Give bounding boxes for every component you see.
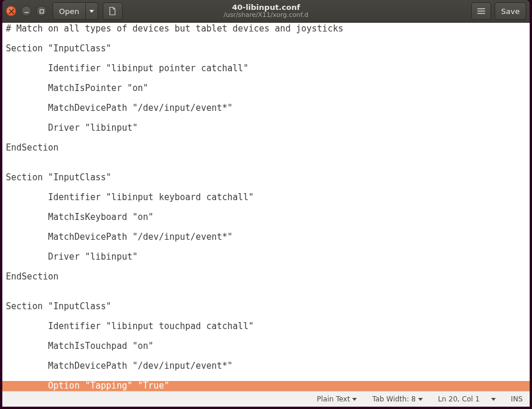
open-button-group: Open	[53, 2, 98, 20]
chevron-down-icon	[491, 398, 496, 401]
new-document-button[interactable]	[103, 2, 123, 20]
syntax-selector[interactable]: Plain Text	[317, 395, 357, 403]
save-button-label: Save	[501, 7, 520, 16]
cursor-position-selector[interactable]: Ln 20, Col 1	[438, 395, 496, 403]
new-document-icon	[108, 6, 117, 16]
editor-line[interactable]: Identifier "libinput pointer catchall"	[2, 64, 530, 74]
window-controls	[6, 6, 47, 16]
menu-button[interactable]	[471, 2, 491, 20]
editor-line[interactable]: MatchDevicePath "/dev/input/event*"	[2, 232, 530, 242]
editor-line[interactable]: Option "Tapping" "True"	[2, 381, 530, 391]
tab-width-label: Tab Width: 8	[372, 395, 415, 403]
editor-line[interactable]: Identifier "libinput keyboard catchall"	[2, 193, 530, 202]
editor-line[interactable]: EndSection	[2, 272, 530, 282]
chevron-down-icon	[89, 10, 94, 13]
open-button-label: Open	[59, 7, 79, 16]
save-button[interactable]: Save	[495, 2, 526, 20]
document-path: /usr/share/X11/xorg.conf.d	[224, 12, 308, 19]
text-editor[interactable]: # Match on all types of devices but tabl…	[2, 23, 530, 391]
open-recent-button[interactable]	[86, 2, 98, 20]
editor-line[interactable]: MatchIsPointer "on"	[2, 83, 530, 93]
window-maximize-button[interactable]	[36, 6, 47, 16]
open-button[interactable]: Open	[53, 2, 86, 20]
tab-width-selector[interactable]: Tab Width: 8	[372, 395, 422, 403]
hamburger-icon	[477, 6, 486, 16]
svg-rect-0	[40, 9, 43, 13]
editor-line[interactable]: MatchIsKeyboard "on"	[2, 212, 530, 222]
editor-line[interactable]: Driver "libinput"	[2, 123, 530, 133]
editor-line[interactable]: Section "InputClass"	[2, 173, 530, 183]
editor-line[interactable]: MatchIsTouchpad "on"	[2, 341, 530, 351]
editor-line[interactable]: EndSection	[2, 143, 530, 153]
window-minimize-button[interactable]	[21, 6, 32, 16]
editor-line[interactable]: MatchDevicePath "/dev/input/event*"	[2, 361, 530, 371]
status-bar: Plain Text Tab Width: 8 Ln 20, Col 1 INS	[2, 391, 530, 407]
cursor-position-label: Ln 20, Col 1	[438, 395, 480, 403]
editor-line[interactable]: Identifier "libinput touchpad catchall"	[2, 321, 530, 331]
insert-mode-label: INS	[511, 395, 523, 403]
document-title: 40-libinput.conf	[232, 4, 300, 12]
editor-line[interactable]: Section "InputClass"	[2, 302, 530, 312]
editor-line[interactable]: Driver "libinput"	[2, 252, 530, 262]
editor-line[interactable]: Section "InputClass"	[2, 44, 530, 54]
chevron-down-icon	[418, 398, 423, 401]
editor-line[interactable]: # Match on all types of devices but tabl…	[2, 24, 530, 34]
chevron-down-icon	[352, 398, 357, 401]
header-bar: Open 40-libinput.conf /usr/share/X11/xor…	[2, 0, 530, 23]
insert-mode-toggle[interactable]: INS	[511, 395, 523, 403]
document-content[interactable]: # Match on all types of devices but tabl…	[2, 24, 530, 391]
syntax-label: Plain Text	[317, 395, 350, 403]
window-close-button[interactable]	[6, 6, 16, 16]
editor-line[interactable]: MatchDevicePath "/dev/input/event*"	[2, 103, 530, 113]
